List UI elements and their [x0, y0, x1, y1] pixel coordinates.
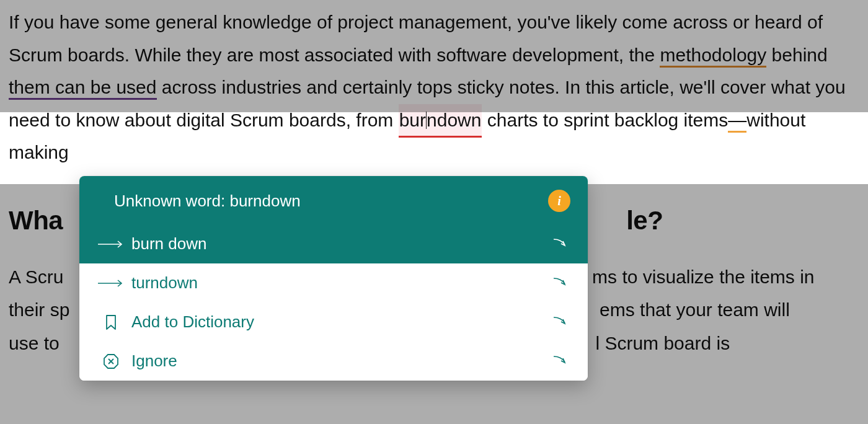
- apply-arrow-icon[interactable]: [546, 276, 575, 290]
- text: ndown: [427, 110, 481, 130]
- text: A Scru: [9, 267, 63, 287]
- text: ems that your team will: [600, 299, 790, 320]
- info-icon[interactable]: i: [548, 190, 570, 212]
- apply-arrow-icon[interactable]: [546, 237, 575, 251]
- popup-title: Unknown word: burndown: [114, 192, 301, 211]
- text: behind: [766, 45, 827, 65]
- suggestion-label: burn down: [128, 234, 546, 254]
- suggestion-burn-down[interactable]: burn down: [79, 224, 588, 263]
- heading-text-right: le?: [626, 206, 663, 235]
- spellcheck-popup: Unknown word: burndown i burn down turnd…: [79, 176, 588, 381]
- underlined-phrase-them-can-be-used[interactable]: them can be used: [9, 77, 157, 100]
- text: charts to sprint backlog items: [482, 110, 728, 130]
- apply-arrow-icon[interactable]: [546, 316, 575, 329]
- paragraph-1[interactable]: If you have some general knowledge of pr…: [9, 6, 859, 169]
- arrow-right-icon: [94, 240, 128, 249]
- text: their sp: [9, 299, 69, 320]
- add-to-dictionary-label: Add to Dictionary: [128, 312, 546, 332]
- text: use to: [9, 333, 64, 353]
- underlined-word-methodology[interactable]: methodology: [660, 45, 766, 68]
- ignore[interactable]: Ignore: [79, 342, 588, 381]
- heading-text-left: Wha: [9, 206, 63, 235]
- suggestion-label: turndown: [128, 273, 546, 293]
- bookmark-icon: [94, 314, 128, 331]
- text: bur: [399, 110, 426, 130]
- arrow-right-icon: [94, 279, 128, 288]
- dismiss-icon: [94, 353, 128, 369]
- suggestion-turndown[interactable]: turndown: [79, 263, 588, 303]
- text: ms to visualize the items in: [592, 267, 814, 287]
- text: l Scrum board is: [595, 333, 730, 353]
- popup-header: Unknown word: burndown i: [79, 176, 588, 224]
- add-to-dictionary[interactable]: Add to Dictionary: [79, 303, 588, 342]
- apply-arrow-icon[interactable]: [546, 355, 575, 368]
- flagged-word-burndown[interactable]: burndown: [399, 104, 482, 137]
- underlined-dash[interactable]: —: [728, 110, 746, 133]
- ignore-label: Ignore: [128, 351, 546, 371]
